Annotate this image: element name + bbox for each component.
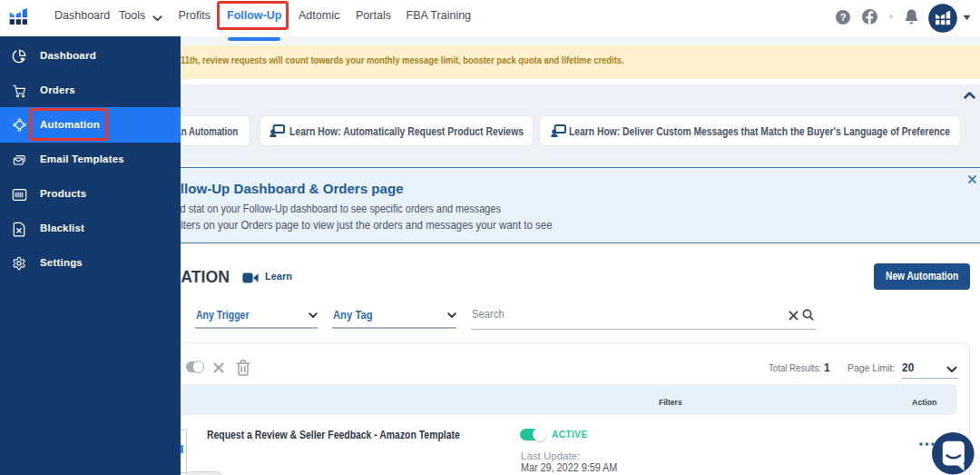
svg-text:?: ? xyxy=(840,12,847,23)
